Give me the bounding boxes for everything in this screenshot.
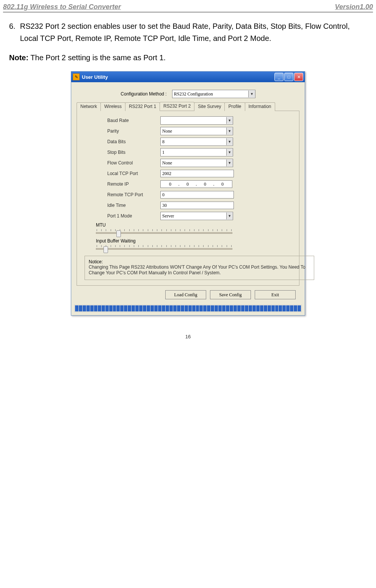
notice-box: Notice: Changing This Page RS232 Attribu… bbox=[85, 256, 314, 280]
chevron-down-icon[interactable]: ▼ bbox=[226, 213, 233, 219]
stop-bits-input[interactable] bbox=[161, 149, 226, 156]
mtu-slider[interactable] bbox=[96, 229, 232, 236]
baud-rate-input[interactable] bbox=[161, 117, 226, 124]
note-label: Note: bbox=[9, 53, 28, 62]
app-icon: ✎ bbox=[73, 74, 80, 80]
input-buffer-slider[interactable] bbox=[96, 245, 232, 252]
tab-profile[interactable]: Profile bbox=[224, 102, 245, 111]
titlebar[interactable]: ✎ User Utility _ □ ✕ bbox=[71, 72, 305, 82]
doc-header-left: 802.11g Wireless to Serial Converter bbox=[3, 3, 121, 11]
maximize-button[interactable]: □ bbox=[284, 73, 293, 81]
baud-rate-label: Baud Rate bbox=[107, 118, 160, 123]
tab-site-survey[interactable]: Site Survey bbox=[194, 102, 225, 111]
tab-rs232-port2[interactable]: RS232 Port 2 bbox=[160, 102, 194, 111]
tab-network[interactable]: Network bbox=[77, 102, 101, 111]
remote-tcp-label: Remote TCP Port bbox=[107, 192, 160, 197]
baud-rate-combo[interactable]: ▼ bbox=[160, 116, 233, 125]
port-mode-combo[interactable]: ▼ bbox=[160, 212, 233, 220]
local-tcp-input[interactable] bbox=[160, 170, 234, 177]
config-method-label: Configuration Method : bbox=[121, 91, 166, 97]
data-bits-combo[interactable]: ▼ bbox=[160, 138, 233, 146]
close-button[interactable]: ✕ bbox=[294, 73, 303, 81]
remote-ip-input[interactable]: 0. 0. 0. 0 bbox=[160, 180, 232, 188]
stop-bits-label: Stop Bits bbox=[107, 150, 160, 155]
app-window: ✎ User Utility _ □ ✕ Configuration Metho… bbox=[71, 71, 305, 316]
save-config-button[interactable]: Save Config bbox=[210, 290, 251, 299]
chevron-down-icon[interactable]: ▼ bbox=[226, 149, 233, 156]
stop-bits-combo[interactable]: ▼ bbox=[160, 148, 233, 156]
parity-label: Parity bbox=[107, 128, 160, 134]
chevron-down-icon[interactable]: ▼ bbox=[248, 91, 255, 97]
config-method-combo[interactable]: ▼ bbox=[172, 90, 255, 98]
chevron-down-icon[interactable]: ▼ bbox=[226, 160, 233, 166]
chevron-down-icon[interactable]: ▼ bbox=[226, 128, 233, 134]
flow-control-input[interactable] bbox=[161, 160, 226, 166]
parity-input[interactable] bbox=[161, 128, 226, 134]
tab-body: Baud Rate ▼ Parity ▼ D bbox=[77, 111, 299, 286]
port-mode-label: Port 1 Mode bbox=[107, 213, 160, 219]
parity-combo[interactable]: ▼ bbox=[160, 127, 233, 135]
slider-thumb-icon[interactable] bbox=[116, 230, 121, 237]
tab-information[interactable]: Information bbox=[245, 102, 275, 111]
flow-control-label: Flow Control bbox=[107, 160, 160, 166]
tab-wireless[interactable]: Wireless bbox=[100, 102, 125, 111]
local-tcp-label: Local TCP Port bbox=[107, 171, 160, 176]
list-text: RS232 Port 2 section enables user to set… bbox=[20, 20, 367, 44]
load-config-button[interactable]: Load Config bbox=[165, 290, 206, 299]
input-buffer-label: Input Buffer Waiting bbox=[96, 238, 295, 244]
chevron-down-icon[interactable]: ▼ bbox=[226, 117, 233, 124]
page-number: 16 bbox=[0, 323, 376, 342]
data-bits-label: Data Bits bbox=[107, 139, 160, 144]
tab-rs232-port1[interactable]: RS232 Port 1 bbox=[125, 102, 160, 111]
idle-time-input[interactable] bbox=[160, 202, 234, 209]
notice-text: Changing This Page RS232 Attributions WO… bbox=[89, 264, 310, 276]
data-bits-input[interactable] bbox=[161, 138, 226, 145]
idle-time-label: Idle Time bbox=[107, 203, 160, 208]
flow-control-combo[interactable]: ▼ bbox=[160, 159, 233, 167]
list-number: 6. bbox=[9, 20, 16, 44]
window-title: User Utility bbox=[82, 74, 274, 80]
remote-tcp-input[interactable] bbox=[160, 191, 234, 199]
tab-strip: Network Wireless RS232 Port 1 RS232 Port… bbox=[77, 102, 299, 111]
minimize-button[interactable]: _ bbox=[274, 73, 284, 81]
notice-legend: Notice: bbox=[89, 259, 103, 264]
note-text: The Port 2 setting is the same as Port 1… bbox=[28, 53, 166, 62]
slider-thumb-icon[interactable] bbox=[103, 246, 108, 253]
progress-bar bbox=[74, 305, 302, 312]
remote-ip-label: Remote IP bbox=[107, 181, 160, 187]
chevron-down-icon[interactable]: ▼ bbox=[226, 138, 233, 145]
mtu-label: MTU bbox=[96, 222, 295, 228]
config-method-input[interactable] bbox=[172, 91, 248, 97]
port-mode-input[interactable] bbox=[161, 213, 226, 219]
exit-button[interactable]: Exit bbox=[255, 290, 296, 299]
doc-header-right: Version1.00 bbox=[335, 3, 373, 11]
